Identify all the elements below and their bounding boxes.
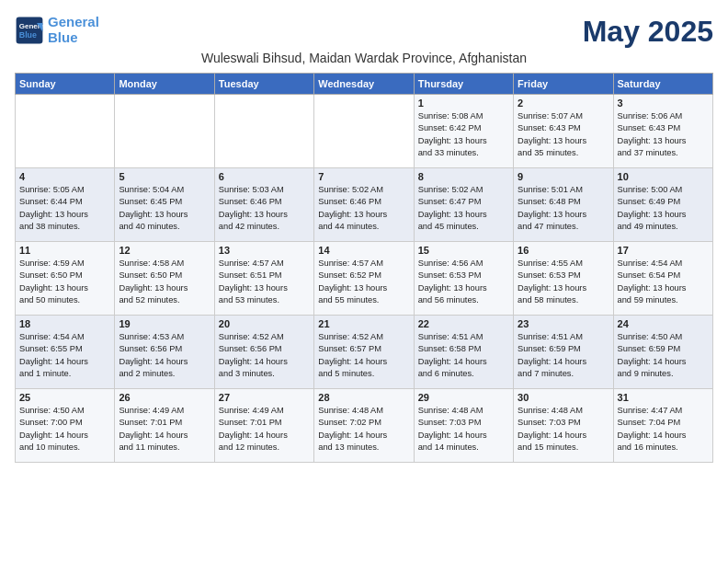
day-info: Sunrise: 4:55 AM Sunset: 6:53 PM Dayligh…: [518, 258, 609, 307]
day-number: 25: [19, 392, 110, 403]
day-info: Sunrise: 4:50 AM Sunset: 7:00 PM Dayligh…: [19, 405, 110, 454]
day-info: Sunrise: 4:49 AM Sunset: 7:01 PM Dayligh…: [219, 405, 310, 454]
day-info: Sunrise: 4:48 AM Sunset: 7:03 PM Dayligh…: [518, 405, 609, 454]
day-info: Sunrise: 4:59 AM Sunset: 6:50 PM Dayligh…: [19, 258, 110, 307]
calendar-cell: 23Sunrise: 4:51 AM Sunset: 6:59 PM Dayli…: [514, 316, 613, 389]
calendar-cell: 17Sunrise: 4:54 AM Sunset: 6:54 PM Dayli…: [613, 242, 712, 316]
day-info: Sunrise: 4:48 AM Sunset: 7:02 PM Dayligh…: [318, 405, 409, 454]
calendar-cell: 11Sunrise: 4:59 AM Sunset: 6:50 PM Dayli…: [16, 242, 115, 316]
day-number: 3: [618, 98, 709, 109]
day-number: 29: [418, 392, 509, 403]
weekday-header-saturday: Saturday: [613, 74, 712, 95]
day-info: Sunrise: 5:08 AM Sunset: 6:42 PM Dayligh…: [418, 110, 509, 160]
weekday-header-tuesday: Tuesday: [214, 74, 313, 95]
day-info: Sunrise: 5:04 AM Sunset: 6:45 PM Dayligh…: [119, 184, 210, 234]
day-info: Sunrise: 4:54 AM Sunset: 6:54 PM Dayligh…: [618, 258, 709, 307]
day-number: 23: [518, 318, 609, 329]
calendar-cell: 21Sunrise: 4:52 AM Sunset: 6:57 PM Dayli…: [314, 316, 414, 389]
day-number: 10: [618, 171, 709, 182]
day-info: Sunrise: 5:01 AM Sunset: 6:48 PM Dayligh…: [518, 184, 609, 234]
calendar-cell: 16Sunrise: 4:55 AM Sunset: 6:53 PM Dayli…: [514, 242, 613, 316]
day-number: 27: [219, 392, 310, 403]
day-info: Sunrise: 5:02 AM Sunset: 6:46 PM Dayligh…: [318, 184, 409, 234]
calendar-cell: 27Sunrise: 4:49 AM Sunset: 7:01 PM Dayli…: [214, 389, 313, 463]
weekday-header-row: SundayMondayTuesdayWednesdayThursdayFrid…: [16, 74, 713, 95]
day-info: Sunrise: 4:58 AM Sunset: 6:50 PM Dayligh…: [119, 258, 210, 307]
day-number: 8: [418, 171, 509, 182]
calendar-cell: 6Sunrise: 5:03 AM Sunset: 6:46 PM Daylig…: [214, 168, 313, 242]
day-number: 15: [418, 245, 509, 256]
calendar-cell: 15Sunrise: 4:56 AM Sunset: 6:53 PM Dayli…: [414, 242, 513, 316]
day-info: Sunrise: 4:57 AM Sunset: 6:52 PM Dayligh…: [318, 258, 409, 307]
calendar-cell: [314, 95, 414, 168]
day-number: 4: [19, 171, 110, 182]
weekday-header-friday: Friday: [514, 74, 613, 95]
day-info: Sunrise: 4:50 AM Sunset: 6:59 PM Dayligh…: [618, 331, 709, 381]
day-number: 14: [318, 245, 409, 256]
day-number: 31: [618, 392, 709, 403]
day-number: 12: [119, 245, 210, 256]
calendar-cell: 20Sunrise: 4:52 AM Sunset: 6:56 PM Dayli…: [214, 316, 313, 389]
calendar-cell: 2Sunrise: 5:07 AM Sunset: 6:43 PM Daylig…: [514, 95, 613, 168]
calendar-cell: 9Sunrise: 5:01 AM Sunset: 6:48 PM Daylig…: [514, 168, 613, 242]
logo-line1: General: [48, 14, 99, 29]
day-info: Sunrise: 5:06 AM Sunset: 6:43 PM Dayligh…: [618, 110, 709, 160]
svg-text:Blue: Blue: [19, 30, 37, 40]
day-info: Sunrise: 5:07 AM Sunset: 6:43 PM Dayligh…: [518, 110, 609, 160]
weekday-header-monday: Monday: [115, 74, 214, 95]
logo: General Blue General Blue: [15, 15, 99, 45]
weekday-header-thursday: Thursday: [414, 74, 513, 95]
calendar-cell: 1Sunrise: 5:08 AM Sunset: 6:42 PM Daylig…: [414, 95, 513, 168]
day-number: 7: [318, 171, 409, 182]
calendar-week-row: 4Sunrise: 5:05 AM Sunset: 6:44 PM Daylig…: [16, 168, 713, 242]
day-info: Sunrise: 5:03 AM Sunset: 6:46 PM Dayligh…: [219, 184, 310, 234]
calendar-cell: 22Sunrise: 4:51 AM Sunset: 6:58 PM Dayli…: [414, 316, 513, 389]
calendar-subtitle: Wuleswali Bihsud, Maidan Wardak Province…: [15, 51, 713, 65]
day-number: 20: [219, 318, 310, 329]
day-number: 24: [618, 318, 709, 329]
calendar-cell: 26Sunrise: 4:49 AM Sunset: 7:01 PM Dayli…: [115, 389, 214, 463]
day-info: Sunrise: 4:52 AM Sunset: 6:57 PM Dayligh…: [318, 331, 409, 381]
day-number: 28: [318, 392, 409, 403]
month-year-title: May 2025: [583, 15, 713, 49]
day-number: 6: [219, 171, 310, 182]
calendar-cell: 19Sunrise: 4:53 AM Sunset: 6:56 PM Dayli…: [115, 316, 214, 389]
day-info: Sunrise: 4:48 AM Sunset: 7:03 PM Dayligh…: [418, 405, 509, 454]
day-number: 2: [518, 98, 609, 109]
calendar-cell: 25Sunrise: 4:50 AM Sunset: 7:00 PM Dayli…: [16, 389, 115, 463]
day-info: Sunrise: 4:53 AM Sunset: 6:56 PM Dayligh…: [119, 331, 210, 381]
day-number: 16: [518, 245, 609, 256]
calendar-week-row: 1Sunrise: 5:08 AM Sunset: 6:42 PM Daylig…: [16, 95, 713, 168]
calendar-cell: 4Sunrise: 5:05 AM Sunset: 6:44 PM Daylig…: [16, 168, 115, 242]
day-info: Sunrise: 4:47 AM Sunset: 7:04 PM Dayligh…: [618, 405, 709, 454]
day-info: Sunrise: 4:52 AM Sunset: 6:56 PM Dayligh…: [219, 331, 310, 381]
calendar-week-row: 11Sunrise: 4:59 AM Sunset: 6:50 PM Dayli…: [16, 242, 713, 316]
calendar-cell: [16, 95, 115, 168]
calendar-cell: [214, 95, 313, 168]
day-info: Sunrise: 5:00 AM Sunset: 6:49 PM Dayligh…: [618, 184, 709, 234]
calendar-cell: 31Sunrise: 4:47 AM Sunset: 7:04 PM Dayli…: [613, 389, 712, 463]
day-info: Sunrise: 5:05 AM Sunset: 6:44 PM Dayligh…: [19, 184, 110, 234]
day-number: 9: [518, 171, 609, 182]
day-info: Sunrise: 4:51 AM Sunset: 6:59 PM Dayligh…: [518, 331, 609, 381]
calendar-week-row: 25Sunrise: 4:50 AM Sunset: 7:00 PM Dayli…: [16, 389, 713, 463]
logo-line2: Blue: [48, 29, 78, 45]
day-number: 30: [518, 392, 609, 403]
calendar-cell: 18Sunrise: 4:54 AM Sunset: 6:55 PM Dayli…: [16, 316, 115, 389]
day-info: Sunrise: 5:02 AM Sunset: 6:47 PM Dayligh…: [418, 184, 509, 234]
calendar-cell: 12Sunrise: 4:58 AM Sunset: 6:50 PM Dayli…: [115, 242, 214, 316]
calendar-cell: 14Sunrise: 4:57 AM Sunset: 6:52 PM Dayli…: [314, 242, 414, 316]
day-info: Sunrise: 4:51 AM Sunset: 6:58 PM Dayligh…: [418, 331, 509, 381]
day-info: Sunrise: 4:57 AM Sunset: 6:51 PM Dayligh…: [219, 258, 310, 307]
day-number: 21: [318, 318, 409, 329]
calendar-cell: 7Sunrise: 5:02 AM Sunset: 6:46 PM Daylig…: [314, 168, 414, 242]
day-info: Sunrise: 4:49 AM Sunset: 7:01 PM Dayligh…: [119, 405, 210, 454]
day-number: 11: [19, 245, 110, 256]
day-number: 26: [119, 392, 210, 403]
calendar-cell: [115, 95, 214, 168]
day-number: 22: [418, 318, 509, 329]
day-number: 17: [618, 245, 709, 256]
calendar-cell: 8Sunrise: 5:02 AM Sunset: 6:47 PM Daylig…: [414, 168, 513, 242]
weekday-header-wednesday: Wednesday: [314, 74, 414, 95]
logo-text: General Blue: [48, 15, 99, 45]
